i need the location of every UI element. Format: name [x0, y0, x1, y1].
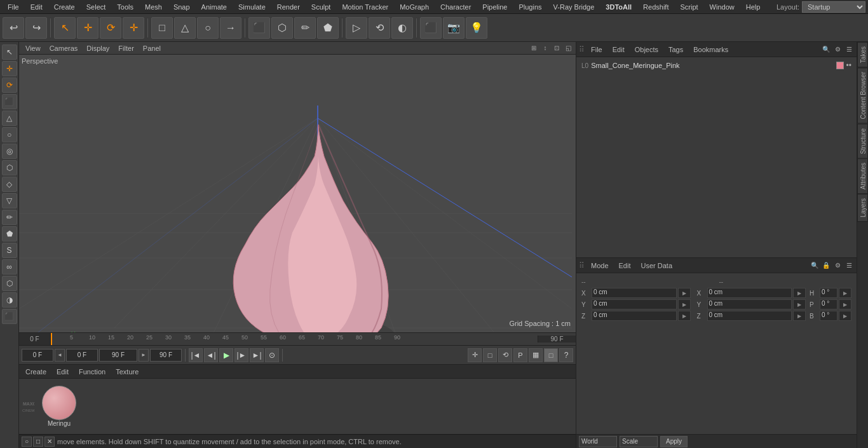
menu-render[interactable]: Render: [272, 2, 305, 12]
z-rot-field[interactable]: 0 cm: [707, 311, 792, 321]
menu-character[interactable]: Character: [435, 2, 476, 12]
attr-user-data-btn[interactable]: User Data: [637, 261, 677, 270]
menu-file[interactable]: File: [3, 2, 24, 12]
record-btn[interactable]: ⊙: [265, 348, 279, 362]
extrude-btn[interactable]: ▽: [2, 193, 17, 208]
status-icon-3[interactable]: ✕: [44, 437, 55, 447]
undo-button[interactable]: ↩: [3, 17, 24, 39]
render-region-button[interactable]: ▷: [346, 17, 367, 39]
viewport-menu-cameras[interactable]: Cameras: [46, 44, 82, 53]
move-btn[interactable]: ✛: [2, 61, 17, 76]
scale-btn[interactable]: ⬛: [2, 94, 17, 109]
menu-snap[interactable]: Snap: [168, 2, 195, 12]
spline-button[interactable]: ⬟: [317, 17, 339, 39]
flatten-btn[interactable]: ⬛: [2, 309, 17, 324]
scale-dropdown[interactable]: Scale: [620, 436, 658, 447]
menu-tools[interactable]: Tools: [112, 2, 139, 12]
help-btn[interactable]: ?: [559, 348, 573, 362]
menu-mesh[interactable]: Mesh: [140, 2, 167, 12]
mat-texture-btn[interactable]: Texture: [112, 367, 142, 376]
vtab-structure[interactable]: Structure: [857, 124, 868, 159]
goto-end-btn[interactable]: ►|: [250, 348, 264, 362]
model-mode-btn[interactable]: ↖: [2, 44, 17, 60]
light-button[interactable]: 💡: [466, 17, 487, 39]
layout-select[interactable]: Startup: [802, 1, 865, 13]
z-pos-field[interactable]: 0 cm: [592, 311, 677, 321]
vtab-layers[interactable]: Layers: [857, 194, 868, 222]
status-icon-1[interactable]: ○: [22, 437, 32, 447]
workplane-btn[interactable]: ◎: [2, 144, 17, 159]
x-pos-field[interactable]: 0 cm: [592, 288, 677, 298]
viewport-icon-1[interactable]: ⊞: [529, 43, 539, 53]
h-deg-field[interactable]: 0 °: [820, 288, 837, 298]
menu-motion-tracker[interactable]: Motion Tracker: [337, 2, 393, 12]
playback-icon-grid[interactable]: ▦: [529, 348, 543, 362]
vtab-attributes[interactable]: Attributes: [857, 158, 868, 194]
move-tool-button[interactable]: ✛: [77, 17, 98, 39]
menu-create[interactable]: Create: [49, 2, 80, 12]
mat-function-btn[interactable]: Function: [75, 367, 109, 376]
menu-sculpt[interactable]: Sculpt: [306, 2, 336, 12]
world-dropdown[interactable]: World: [579, 436, 617, 447]
object-axis-btn[interactable]: △: [2, 111, 17, 126]
y-arrow-btn[interactable]: ▶: [678, 299, 691, 309]
next-frame-btn[interactable]: |►: [234, 348, 248, 362]
end-frame2-field[interactable]: 90 F: [150, 349, 182, 362]
playback-icon-p[interactable]: P: [513, 348, 527, 362]
viewport-menu-panel[interactable]: Panel: [139, 44, 165, 53]
menu-3dtoall[interactable]: 3DToAll: [600, 2, 637, 12]
play-btn[interactable]: ▶: [219, 348, 233, 362]
viewport-icon-2[interactable]: ↕: [540, 43, 550, 53]
frame-down-btn[interactable]: ◄: [55, 349, 65, 362]
end-frame-field[interactable]: 90 F: [99, 349, 137, 362]
obj-bookmarks-btn[interactable]: Bookmarks: [689, 45, 732, 54]
attr-search-icon[interactable]: 🔍: [810, 261, 820, 271]
attr-mode-btn[interactable]: Mode: [587, 261, 613, 270]
viewport-menu-display[interactable]: Display: [83, 44, 113, 53]
prev-frame-btn[interactable]: ◄|: [204, 348, 218, 362]
symmetry-btn[interactable]: ∞: [2, 259, 17, 275]
p-arrow-btn[interactable]: ▶: [839, 299, 851, 309]
attr-menu-icon[interactable]: ☰: [844, 261, 854, 271]
p-deg-field[interactable]: 0 °: [820, 299, 837, 309]
material-item[interactable]: Meringu: [42, 386, 76, 427]
object-dots-icon[interactable]: ••: [846, 61, 851, 70]
cube-button[interactable]: ⬛: [248, 17, 270, 39]
polygon-mode-button[interactable]: →: [220, 17, 241, 39]
x-rot-field[interactable]: 0 cm: [707, 288, 792, 298]
playback-icon-move[interactable]: ✛: [468, 348, 482, 362]
status-icon-2[interactable]: □: [33, 437, 43, 447]
material-preview[interactable]: [42, 386, 76, 420]
playback-icon-rotate[interactable]: ⟲: [498, 348, 512, 362]
scene-object-entry[interactable]: L0 Small_Cone_Meringue_Pink ••: [579, 60, 854, 71]
knife-btn[interactable]: ◇: [2, 177, 17, 192]
apply-button[interactable]: Apply: [660, 436, 688, 447]
b-arrow-btn[interactable]: ▶: [839, 311, 851, 321]
scale-tool-button[interactable]: ✛: [123, 17, 144, 39]
mat-edit-btn[interactable]: Edit: [53, 367, 72, 376]
menu-edit[interactable]: Edit: [25, 2, 48, 12]
menu-help[interactable]: Help: [741, 2, 766, 12]
3d-viewport[interactable]: Y X Z Perspective Grid Spacing : 1 cm: [19, 55, 576, 332]
sphere-button[interactable]: ⬡: [271, 17, 293, 39]
render-active-view-button[interactable]: ⟲: [369, 17, 390, 39]
z-arrow-btn[interactable]: ▶: [678, 311, 691, 321]
playback-icon-viewport[interactable]: □: [544, 348, 558, 362]
current-frame-field[interactable]: 0 F: [66, 349, 98, 362]
timeline-ruler[interactable]: 0 F 5 10 15 20 25 30 35 40 45 50 55: [19, 332, 576, 345]
viewport-menu-filter[interactable]: Filter: [114, 44, 137, 53]
object-mode-button[interactable]: □: [151, 17, 173, 39]
viewport-icon-4[interactable]: ◱: [563, 43, 573, 53]
y-pos-field[interactable]: 0 cm: [592, 299, 677, 309]
attr-settings-icon[interactable]: ⚙: [832, 261, 843, 271]
redo-button[interactable]: ↪: [25, 17, 47, 39]
timeline-track[interactable]: 5 10 15 20 25 30 35 40 45 50 55 60 65 70…: [51, 333, 538, 345]
y-rot-field[interactable]: 0 cm: [707, 299, 792, 309]
frame-up-btn[interactable]: ►: [139, 349, 149, 362]
menu-mograph[interactable]: MoGraph: [395, 2, 434, 12]
vtab-content-browser[interactable]: Content Browser: [857, 67, 868, 123]
x2-arrow-btn[interactable]: ▶: [793, 288, 806, 298]
paint-btn[interactable]: ⬡: [2, 276, 17, 291]
menu-redshift[interactable]: Redshift: [638, 2, 674, 12]
menu-vray[interactable]: V-Ray Bridge: [548, 2, 600, 12]
